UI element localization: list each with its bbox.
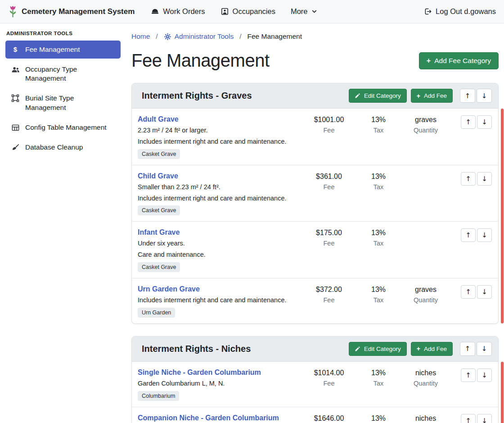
move-category-down-button[interactable]: ↓	[477, 89, 492, 103]
fee-details: Urn Garden Grave Includes interment righ…	[138, 285, 302, 318]
fee-name-link[interactable]: Infant Grave	[138, 228, 180, 237]
move-fee-down-button[interactable]: ↓	[477, 172, 492, 186]
tax-value: 13%	[356, 173, 401, 181]
quantity-label: Quantity	[401, 296, 450, 304]
move-fee-down-button[interactable]: ↓	[477, 228, 492, 242]
fee-name-link[interactable]: Single Niche - Garden Columbarium	[138, 368, 261, 377]
fee-descriptions: Includes interment right and care and ma…	[138, 296, 302, 305]
move-category-down-button[interactable]: ↓	[477, 342, 492, 356]
quantity-cell: graves Quantity	[401, 115, 450, 134]
fee-name-link[interactable]: Urn Garden Grave	[138, 285, 200, 293]
scrollbar-thumb[interactable]	[501, 362, 504, 423]
fee-name-link[interactable]: Companion Niche - Garden Columbarium	[138, 414, 279, 422]
category-fee-list: Adult Grave 2.23 m² / 24 ft² or larger.I…	[132, 109, 498, 323]
sidebar-item-fee-management[interactable]: $ Fee Management	[5, 41, 121, 59]
sidebar-item-burial-site-type-management[interactable]: Burial Site Type Management	[5, 89, 121, 116]
fee-category-card: Interment Rights - Niches Edit Category …	[131, 336, 499, 423]
breadcrumb-separator: /	[239, 32, 241, 41]
scrollbar-thumb[interactable]	[501, 109, 504, 323]
fee-reorder-group: ↑ ↓	[450, 172, 492, 186]
quantity-value: niches	[401, 369, 450, 377]
fee-amount: $1646.00	[302, 414, 356, 423]
category-header: Interment Rights - Niches Edit Category …	[132, 337, 498, 362]
logout-button[interactable]: Log Out d.gowans	[423, 7, 496, 16]
sidebar-item-config-table-management[interactable]: Config Table Management	[5, 118, 121, 136]
nav-occupancies[interactable]: Occupancies	[220, 7, 275, 16]
move-fee-up-button[interactable]: ↑	[461, 285, 476, 299]
nav-more[interactable]: More	[291, 7, 317, 16]
fee-details: Adult Grave 2.23 m² / 24 ft² or larger.I…	[138, 115, 302, 159]
move-category-up-button[interactable]: ↑	[460, 89, 475, 103]
move-fee-up-button[interactable]: ↑	[461, 414, 476, 423]
users-icon	[11, 65, 20, 74]
fee-name-link[interactable]: Adult Grave	[138, 115, 179, 123]
fee-amount-cell: $1001.00 Fee	[302, 115, 356, 134]
table-icon	[11, 123, 20, 132]
sidebar-item-occupancy-type-management[interactable]: Occupancy Type Management	[5, 60, 121, 87]
pencil-icon	[355, 93, 360, 99]
fee-details: Single Niche - Garden Columbarium Garden…	[138, 368, 302, 401]
move-fee-up-button[interactable]: ↑	[461, 368, 476, 382]
tax-cell: 13% Tax	[356, 285, 401, 304]
add-fee-button[interactable]: + Add Fee	[411, 342, 453, 356]
hard-hat-icon	[151, 7, 159, 16]
fee-amount-cell: $1014.00 Fee	[302, 368, 356, 387]
fee-name-link[interactable]: Child Grave	[138, 172, 178, 180]
fee-reorder-group: ↑ ↓	[450, 228, 492, 242]
app-title: Cemetery Management System	[22, 7, 135, 16]
tax-value: 13%	[356, 369, 401, 377]
edit-category-button[interactable]: Edit Category	[349, 342, 407, 356]
fee-row: Adult Grave 2.23 m² / 24 ft² or larger.I…	[132, 109, 498, 165]
plus-icon: +	[427, 57, 431, 64]
fee-amount: $1014.00	[302, 369, 356, 377]
fee-type-badge: Casket Grave	[138, 205, 180, 215]
fee-row: Infant Grave Under six years.Care and ma…	[132, 221, 498, 278]
nav-work-orders[interactable]: Work Orders	[151, 7, 205, 16]
move-fee-down-button[interactable]: ↓	[477, 368, 492, 382]
quantity-value: graves	[401, 286, 450, 294]
add-fee-button[interactable]: + Add Fee	[411, 89, 453, 103]
quantity-cell: niches Quantity	[401, 368, 450, 387]
move-fee-up-button[interactable]: ↑	[461, 172, 476, 186]
sidebar: ADMINISTRATOR TOOLS $ Fee Management Occ…	[0, 23, 126, 423]
breadcrumb-separator: /	[156, 32, 158, 41]
tax-cell: 13% Tax	[356, 228, 401, 247]
fee-label: Fee	[302, 296, 356, 304]
breadcrumb: Home / Ad	[131, 32, 499, 41]
move-fee-down-button[interactable]: ↓	[477, 414, 492, 423]
fee-descriptions: Smaller than 2.23 m² / 24 ft².Includes i…	[138, 183, 302, 203]
fee-reorder-group: ↑ ↓	[450, 368, 492, 382]
quantity-cell: graves Quantity	[401, 285, 450, 304]
sidebar-heading: ADMINISTRATOR TOOLS	[5, 31, 121, 39]
fee-description-line: Care and maintenance.	[138, 250, 302, 259]
occupant-badge-icon	[220, 7, 229, 16]
move-category-up-button[interactable]: ↑	[460, 342, 475, 356]
tax-label: Tax	[356, 380, 401, 387]
fee-description-line: 2.23 m² / 24 ft² or larger.	[138, 126, 302, 135]
category-title: Interment Rights - Graves	[142, 91, 345, 101]
quantity-value: niches	[401, 414, 450, 423]
edit-category-button[interactable]: Edit Category	[349, 89, 407, 103]
fee-label: Fee	[302, 127, 356, 134]
move-fee-up-button[interactable]: ↑	[461, 115, 476, 129]
move-fee-down-button[interactable]: ↓	[477, 285, 492, 299]
fee-details: Infant Grave Under six years.Care and ma…	[138, 228, 302, 272]
app-brand[interactable]: Cemetery Management System	[8, 5, 135, 19]
move-fee-up-button[interactable]: ↑	[461, 228, 476, 242]
move-fee-down-button[interactable]: ↓	[477, 115, 492, 129]
tax-value: 13%	[356, 116, 401, 124]
tax-label: Tax	[356, 183, 401, 191]
fee-label: Fee	[302, 380, 356, 387]
fee-row: Companion Niche - Garden Columbarium Gar…	[132, 407, 498, 423]
plus-icon: +	[417, 346, 420, 352]
fee-row: Child Grave Smaller than 2.23 m² / 24 ft…	[132, 165, 498, 222]
tax-value: 13%	[356, 414, 401, 423]
tax-label: Tax	[356, 127, 401, 134]
sidebar-item-database-cleanup[interactable]: Database Cleanup	[5, 138, 121, 156]
breadcrumb-home-link[interactable]: Home	[131, 32, 150, 41]
tax-value: 13%	[356, 229, 401, 237]
breadcrumb-admin-tools-link[interactable]: Administrator Tools	[164, 32, 234, 41]
fee-description-line: Smaller than 2.23 m² / 24 ft².	[138, 183, 302, 191]
fee-categories: Interment Rights - Graves Edit Category …	[131, 83, 499, 423]
add-fee-category-button[interactable]: + Add Fee Category	[419, 52, 499, 69]
